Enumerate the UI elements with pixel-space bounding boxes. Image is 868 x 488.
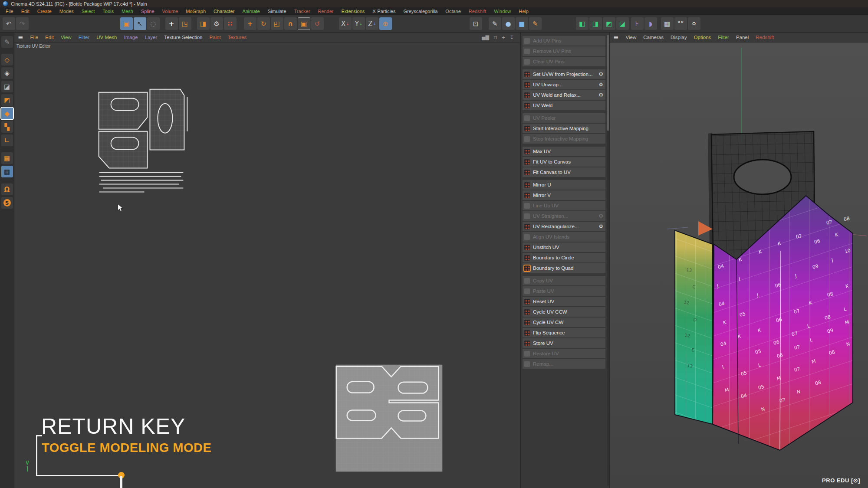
menu-item[interactable]: Help bbox=[515, 7, 533, 15]
uv-menu-item[interactable]: Edit bbox=[42, 35, 57, 40]
menu-item[interactable]: Create bbox=[33, 7, 56, 15]
menu-item[interactable]: Extensions bbox=[337, 7, 368, 15]
snap-icon[interactable]: S bbox=[1, 197, 13, 209]
object-mode-icon[interactable]: ◩ bbox=[1, 94, 13, 106]
subdivide-icon[interactable]: ◧ bbox=[576, 17, 589, 30]
menu-item[interactable]: Render bbox=[314, 7, 337, 15]
viewport-menu-item[interactable]: Display bbox=[667, 35, 690, 40]
floor-grid-icon[interactable]: ▦ bbox=[661, 17, 674, 30]
uv-menu-item[interactable]: UV Mesh bbox=[93, 35, 120, 40]
undo-icon[interactable]: ↶ bbox=[3, 17, 15, 30]
uv-canvas[interactable]: Texture UV Editor bbox=[14, 43, 520, 488]
camera-icon[interactable]: °° bbox=[674, 17, 687, 30]
extrude-icon[interactable]: ◰ bbox=[271, 17, 283, 30]
uv-command-row[interactable]: Reset UV ⚙ bbox=[523, 297, 605, 306]
uv-command-row[interactable]: Clear UV Pins ⚙ bbox=[523, 57, 605, 66]
deformer-cage-icon[interactable]: ◩ bbox=[603, 17, 615, 30]
menu-item[interactable]: File bbox=[2, 7, 17, 15]
uv-command-row[interactable]: Mirror U ⚙ bbox=[523, 180, 605, 190]
uv-command-row[interactable]: UV Weld ⚙ bbox=[523, 101, 605, 110]
hamburger-icon[interactable]: ≡ bbox=[613, 33, 619, 41]
texture-mode-icon[interactable]: ◈ bbox=[1, 67, 13, 79]
uv-menu-item[interactable]: Layer bbox=[141, 35, 161, 40]
menu-item[interactable]: Volume bbox=[158, 7, 182, 15]
uv-menu-item[interactable]: Paint bbox=[206, 35, 224, 40]
uv-command-row[interactable]: Boundary to Quad ⚙ bbox=[523, 263, 605, 273]
deformer-icon[interactable]: ◗ bbox=[644, 17, 657, 30]
uv-command-row[interactable]: Line Up UV ⚙ bbox=[523, 201, 605, 210]
uv-command-row[interactable]: UV Weld and Relax... ⚙ bbox=[523, 90, 605, 100]
uv-mode-icon[interactable]: ◪ bbox=[1, 81, 13, 92]
viewport-menu-item[interactable]: Filter bbox=[714, 35, 733, 40]
snap-grid-icon[interactable]: ∷ bbox=[224, 17, 237, 30]
menu-item[interactable]: Animate bbox=[238, 7, 263, 15]
uv-command-row[interactable]: Add UV Pins ⚙ bbox=[523, 36, 605, 46]
gear-icon[interactable]: ⚙ bbox=[598, 71, 603, 77]
loop-selection-icon[interactable]: ∩ bbox=[284, 17, 297, 30]
uv-command-row[interactable]: Paste UV ⚙ bbox=[523, 286, 605, 296]
viewport-menu-item[interactable]: Redshift bbox=[752, 35, 777, 40]
menu-item[interactable]: Spline bbox=[137, 7, 158, 15]
axis-mode-icon[interactable]: ∟ bbox=[1, 134, 13, 146]
menu-item[interactable]: Greyscalegorilla bbox=[399, 7, 441, 15]
rotate-object-icon[interactable]: ↺ bbox=[311, 17, 324, 30]
uv-command-row[interactable]: Fit UV to Canvas ⚙ bbox=[523, 157, 605, 167]
uv-command-row[interactable]: Mirror V ⚙ bbox=[523, 190, 605, 200]
menu-item[interactable]: Redshift bbox=[465, 7, 490, 15]
z-lock-icon[interactable]: Z ↓ bbox=[366, 17, 378, 30]
marquee-icon[interactable]: ▣ bbox=[298, 17, 310, 30]
lock-icon[interactable]: ⊓ bbox=[493, 35, 497, 40]
modeling-settings-icon[interactable]: ⚙ bbox=[210, 17, 223, 30]
uv-command-row[interactable]: Remove UV Pins ⚙ bbox=[523, 46, 605, 56]
uv-command-row[interactable]: Fit Canvas to UV ⚙ bbox=[523, 167, 605, 177]
menu-item[interactable]: X-Particles bbox=[368, 7, 399, 15]
y-lock-icon[interactable]: Y ↓ bbox=[352, 17, 365, 30]
generator-icon[interactable]: ◨ bbox=[589, 17, 602, 30]
menu-item[interactable]: Modes bbox=[56, 7, 78, 15]
live-selection-icon[interactable]: ◌ bbox=[147, 17, 160, 30]
sphere-primitive-icon[interactable]: ● bbox=[502, 17, 515, 30]
rectangle-select-icon[interactable]: ▣ bbox=[120, 17, 133, 30]
uv-menu-item[interactable]: Image bbox=[121, 35, 141, 40]
add-object-icon[interactable]: + bbox=[244, 17, 256, 30]
menu-item[interactable]: Edit bbox=[17, 7, 33, 15]
magnet-icon[interactable]: Ω bbox=[1, 183, 13, 195]
uv-command-row[interactable]: Unstitch UV ⚙ bbox=[523, 242, 605, 252]
axis-lock-icon[interactable]: ◨ bbox=[197, 17, 210, 30]
uv-menu-item[interactable]: File bbox=[27, 35, 42, 40]
viewport-menu-item[interactable]: Options bbox=[690, 35, 715, 40]
redo-icon[interactable]: ↷ bbox=[16, 17, 29, 30]
commands-scrollbar[interactable] bbox=[607, 35, 609, 485]
uv-command-row[interactable]: Start Interactive Mapping ⚙ bbox=[523, 124, 605, 133]
uv-command-row[interactable]: UV Rectangularize... ⚙ bbox=[523, 222, 605, 231]
uv-command-row[interactable]: Restore UV ⚙ bbox=[523, 349, 605, 358]
uv-menu-item[interactable]: View bbox=[57, 35, 75, 40]
rotate-tool-icon[interactable]: ↻ bbox=[257, 17, 270, 30]
paint-brush-icon[interactable]: ✎ bbox=[529, 17, 542, 30]
menu-item[interactable]: Tracker bbox=[290, 7, 314, 15]
uv-command-row[interactable]: Copy UV ⚙ bbox=[523, 276, 605, 285]
cube-primitive-icon[interactable]: ■ bbox=[516, 17, 528, 30]
menu-item[interactable]: Octane bbox=[441, 7, 464, 15]
pan-icon[interactable]: + bbox=[502, 35, 506, 40]
spline-slider-icon[interactable]: ⊦ bbox=[631, 17, 644, 30]
uv-command-row[interactable]: Set UVW from Projection... ⚙ bbox=[523, 69, 605, 79]
uv-command-row[interactable]: Flip Sequence ⚙ bbox=[523, 328, 605, 337]
world-coords-icon[interactable]: ⊕ bbox=[379, 17, 392, 30]
uv-menu-item[interactable]: Texture Selection bbox=[161, 35, 206, 40]
viewport-menu-item[interactable]: Cameras bbox=[640, 35, 667, 40]
uv-command-row[interactable]: Remap... ⚙ bbox=[523, 359, 605, 369]
uv-command-row[interactable]: Max UV ⚙ bbox=[523, 147, 605, 156]
uv-menu-item[interactable]: Filter bbox=[75, 35, 93, 40]
uv-command-row[interactable]: Stop Interactive Mapping ⚙ bbox=[523, 134, 605, 144]
uv-command-row[interactable]: UV Straighten... ⚙ bbox=[523, 211, 605, 221]
move-tool-icon[interactable]: + bbox=[165, 17, 178, 30]
uv-menu-item[interactable]: Textures bbox=[224, 35, 250, 40]
uv-command-row[interactable]: Align UV Islands ⚙ bbox=[523, 232, 605, 242]
polygon-mode-icon[interactable]: ◆ bbox=[1, 108, 13, 119]
render-settings-icon[interactable]: ✎ bbox=[489, 17, 501, 30]
viewport-menu-item[interactable]: View bbox=[622, 35, 640, 40]
gear-icon[interactable]: ⚙ bbox=[598, 213, 603, 219]
histogram-icon[interactable]: ▅▇ bbox=[482, 35, 489, 40]
volume-builder-icon[interactable]: ◪ bbox=[616, 17, 629, 30]
